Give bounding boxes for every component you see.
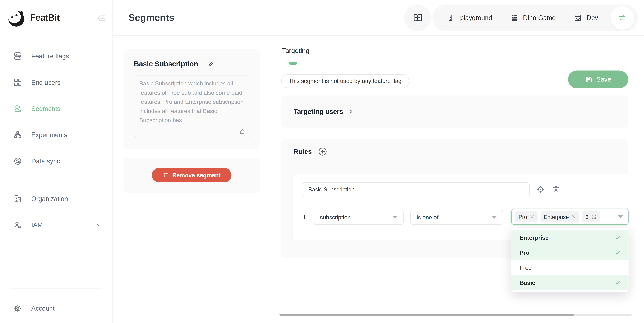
value-tag[interactable]: Enterprise ✕: [540, 212, 579, 222]
more-values-tag[interactable]: 3: [582, 212, 600, 222]
dropdown-option-label: Basic: [520, 279, 535, 286]
sidebar-item-end-users[interactable]: End users: [0, 69, 112, 96]
remove-value-icon[interactable]: ✕: [572, 214, 576, 220]
targeting-panel: Targeting This segment is not used by an…: [272, 36, 644, 323]
check-icon: [614, 234, 621, 241]
sidebar-item-organization[interactable]: Organization: [0, 186, 112, 212]
dropdown-option[interactable]: Free: [511, 260, 628, 275]
expand-values-icon[interactable]: [592, 214, 596, 219]
sidebar-item-label: Data sync: [31, 158, 60, 165]
value-tag[interactable]: Pro ✕: [515, 212, 538, 222]
sidebar-bottom: Account: [0, 282, 112, 323]
experiments-icon: [14, 130, 22, 139]
remove-value-icon[interactable]: ✕: [530, 214, 534, 220]
page-title: Segments: [128, 12, 174, 24]
brand-name: FeatBit: [30, 12, 60, 24]
caret-down-icon: [618, 215, 623, 218]
gear-icon: [14, 304, 22, 313]
workspace-item[interactable]: playground: [448, 14, 492, 22]
caret-down-icon: [492, 216, 497, 219]
rules-label: Rules: [294, 148, 312, 156]
usage-status-badge: This segment is not used by any feature …: [281, 74, 409, 88]
chevron-down-icon: [96, 222, 101, 228]
more-values-count: 3: [586, 214, 588, 220]
segments-icon: [14, 104, 22, 113]
end-users-icon: [14, 78, 22, 87]
values-multiselect[interactable]: Pro ✕ Enterprise ✕ 3: [511, 209, 628, 225]
sidebar-item-experiments[interactable]: Experiments: [0, 122, 112, 148]
iam-icon: [14, 220, 22, 229]
operator-select[interactable]: is one of: [410, 210, 503, 225]
delete-rule-icon[interactable]: [552, 185, 560, 194]
active-tab-indicator: [289, 62, 298, 65]
sidebar-item-label: Organization: [31, 195, 68, 202]
workspace-name: playground: [460, 14, 492, 22]
sidebar-nav: Feature flags End users: [0, 36, 112, 323]
check-icon: [614, 279, 621, 286]
save-label: Save: [596, 76, 611, 83]
sidebar-item-feature-flags[interactable]: Feature flags: [0, 43, 112, 69]
environment-name: Dev: [587, 14, 598, 22]
collapse-sidebar-icon[interactable]: [98, 14, 106, 22]
remove-segment-label: Remove segment: [172, 172, 221, 178]
rule-name-input[interactable]: [303, 182, 530, 196]
targeting-users-section[interactable]: Targeting users: [281, 96, 628, 128]
project-name: Dino Game: [523, 14, 556, 22]
environment-icon: [574, 14, 582, 22]
save-button[interactable]: Save: [568, 70, 628, 88]
sidebar-item-iam[interactable]: IAM: [0, 212, 112, 238]
segment-detail-panel: Basic Subscription Basic Subscription wh…: [113, 36, 272, 323]
add-rule-icon[interactable]: [318, 147, 327, 156]
project-item[interactable]: Dino Game: [510, 14, 556, 22]
caret-down-icon: [392, 216, 398, 219]
sidebar-item-account[interactable]: Account: [0, 294, 112, 323]
app-root: FeatBit Feature flags: [0, 0, 644, 323]
property-select[interactable]: subscription: [314, 210, 404, 225]
check-icon: [614, 250, 621, 256]
dropdown-option-label: Pro: [520, 250, 530, 256]
tab-divider: [272, 63, 644, 64]
sidebar-item-label: Account: [31, 305, 54, 312]
sidebar-divider: [10, 288, 102, 288]
environment-item[interactable]: Dev: [574, 14, 598, 22]
tab-targeting[interactable]: Targeting: [282, 47, 309, 54]
segment-name: Basic Subscription: [134, 60, 198, 68]
crosshair-icon[interactable]: [536, 185, 545, 194]
organization-icon: [14, 194, 22, 203]
workspace-icon: [448, 14, 456, 22]
sidebar-item-label: Experiments: [31, 131, 67, 138]
featbit-logo-icon: [5, 8, 26, 28]
content: Basic Subscription Basic Subscription wh…: [113, 36, 644, 323]
dropdown-option[interactable]: Basic: [511, 275, 628, 290]
logo-row: FeatBit: [0, 0, 112, 36]
trash-icon: [162, 172, 168, 178]
value-tag-label: Enterprise: [544, 214, 569, 220]
edit-description-icon[interactable]: [239, 128, 245, 134]
operator-value: is one of: [417, 214, 438, 220]
workspace-switcher: playground: [433, 4, 638, 31]
dropdown-option[interactable]: Pro: [511, 245, 628, 260]
sidebar-item-data-sync[interactable]: Data sync: [0, 148, 112, 174]
edit-name-icon[interactable]: [207, 61, 214, 68]
segment-info-card: Basic Subscription Basic Subscription wh…: [124, 49, 260, 149]
scrollbar-thumb[interactable]: [280, 314, 574, 316]
switch-environment-button[interactable]: [611, 6, 634, 29]
value-tag-label: Pro: [518, 214, 527, 220]
sidebar-item-segments[interactable]: Segments: [0, 96, 112, 122]
feature-flags-icon: [14, 52, 22, 60]
sidebar: FeatBit Feature flags: [0, 0, 113, 323]
project-icon: [510, 14, 518, 22]
data-sync-icon: [14, 157, 22, 166]
if-label: If: [304, 214, 307, 220]
sidebar-divider: [10, 180, 102, 180]
horizontal-scrollbar: [280, 314, 632, 316]
save-icon: [585, 76, 592, 83]
page-header: Segments: [113, 0, 644, 36]
dropdown-option[interactable]: Enterprise: [511, 230, 628, 245]
header-controls: playground: [404, 4, 638, 31]
segment-remove-card: Remove segment: [124, 158, 260, 193]
remove-segment-button[interactable]: Remove segment: [152, 168, 232, 182]
property-value: subscription: [320, 214, 350, 220]
docs-button[interactable]: [404, 4, 431, 31]
dropdown-option-label: Enterprise: [520, 234, 548, 241]
